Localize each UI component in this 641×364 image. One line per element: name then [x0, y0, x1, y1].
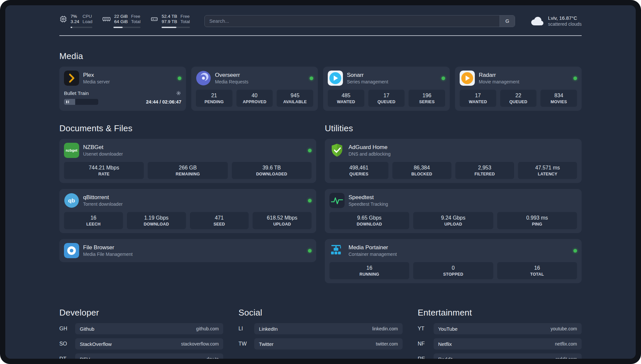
nzbget-icon: nzbget — [64, 143, 79, 158]
bookmark-url: youtube.com — [551, 326, 577, 331]
plex-icon — [64, 71, 79, 86]
bookmark-abbr: DT — [59, 356, 75, 359]
status-dot — [442, 76, 445, 80]
app-card-qbittorrent[interactable]: qb qBittorrent Torrent downloader 16LEEC… — [59, 189, 316, 233]
stat-filtered: 2,953FILTERED — [455, 162, 514, 179]
bookmark-url: reddit.com — [556, 356, 577, 359]
adguard-icon — [329, 143, 345, 158]
disk-icon — [150, 15, 158, 23]
media-card-grid: Plex Media server Bullet Train 24:44 / 0… — [59, 67, 582, 111]
search-input[interactable] — [205, 15, 500, 27]
section-title-entertainment: Entertainment — [418, 308, 582, 318]
disk-values: 52.4 TB 97.9 TB — [162, 14, 177, 24]
status-dot — [178, 76, 181, 80]
playback-progress-bar[interactable] — [64, 99, 98, 105]
bookmark-stackoverflow[interactable]: SO StackOverflow stackoverflow.com — [59, 338, 223, 349]
weather-widget[interactable]: Lviv, 16.87°C scattered clouds — [530, 15, 582, 27]
disk-usage-bar — [162, 27, 190, 28]
status-dot — [573, 249, 577, 253]
stat-queued: 17QUEUED — [368, 90, 405, 107]
pause-icon[interactable] — [66, 101, 69, 103]
app-name: Sonarr — [347, 72, 388, 78]
qbittorrent-icon: qb — [64, 193, 79, 208]
app-desc: Torrent downloader — [83, 201, 123, 207]
bookmark-url: github.com — [196, 326, 219, 331]
bookmark-abbr: NF — [418, 341, 434, 347]
bookmark-name: Twitter — [259, 341, 273, 347]
bookmark-url: linkedin.com — [372, 326, 398, 331]
status-dot — [310, 76, 313, 80]
bookmark-dev[interactable]: DT DEV dev.to — [59, 353, 223, 359]
app-name: Plex — [83, 72, 110, 78]
bookmark-linkedin[interactable]: LI LinkedIn linkedin.com — [238, 323, 402, 334]
stat-available: 945AVAILABLE — [277, 90, 313, 107]
bookmark-twitter[interactable]: TW Twitter twitter.com — [238, 338, 402, 349]
app-card-nzbget[interactable]: nzbget NZBGet Usenet downloader 744.21 M… — [59, 139, 316, 183]
radarr-icon — [460, 71, 475, 86]
stat-queued: 22QUEUED — [500, 90, 537, 107]
bookmark-netflix[interactable]: NF Netflix netflix.com — [418, 338, 582, 349]
app-desc: Media Requests — [215, 79, 248, 84]
bookmark-abbr: YT — [418, 326, 434, 332]
app-name: NZBGet — [83, 144, 123, 151]
app-name: qBittorrent — [83, 194, 123, 201]
utilities-column: Utilities AdGuard Home DNS and adblockin… — [325, 111, 582, 289]
speedtest-icon — [329, 193, 345, 208]
app-desc: Usenet downloader — [83, 151, 123, 157]
search-bar: G — [204, 15, 515, 27]
app-name: AdGuard Home — [349, 144, 391, 151]
app-name: Overseerr — [215, 72, 248, 78]
weather-location: Lviv, 16.87°C — [548, 15, 582, 21]
app-card-plex[interactable]: Plex Media server Bullet Train 24:44 / 0… — [59, 67, 186, 111]
stat-pending: 21PENDING — [196, 90, 232, 107]
app-card-portainer[interactable]: Media Portainer Container management 16R… — [325, 239, 582, 283]
bookmark-url: twitter.com — [376, 341, 398, 347]
app-card-sonarr[interactable]: Sonarr Series management 485WANTED 17QUE… — [323, 67, 450, 111]
status-dot — [308, 149, 312, 152]
app-card-speedtest[interactable]: Speedtest Speedtest Tracking 9.65 GbpsDO… — [325, 189, 582, 233]
app-name: File Browser — [83, 244, 133, 251]
app-card-overseerr[interactable]: Overseerr Media Requests 21PENDING 40APP… — [191, 67, 318, 111]
stat-stopped: 0STOPPED — [413, 262, 493, 279]
search-engine-button[interactable]: G — [500, 15, 515, 27]
stat-series: 196SERIES — [409, 90, 445, 107]
section-title-developer: Developer — [59, 308, 223, 318]
bookmark-abbr: TW — [238, 341, 254, 347]
bookmark-reddit[interactable]: RE Reddit reddit.com — [418, 353, 582, 359]
gear-icon[interactable] — [176, 90, 181, 96]
now-playing-title: Bullet Train — [64, 90, 89, 96]
bookmark-youtube[interactable]: YT YouTube youtube.com — [418, 323, 582, 334]
app-card-radarr[interactable]: Radarr Movie management 17WANTED 22QUEUE… — [455, 67, 582, 111]
playback-time: 24:44 / 02:06:47 — [146, 99, 181, 105]
bookmark-url: netflix.com — [555, 341, 577, 347]
topbar: 7% 3.24 CPU Load 22 GiB 64 GiB — [59, 14, 582, 28]
weather-condition: scattered clouds — [548, 21, 582, 27]
app-card-filebrowser[interactable]: File Browser Media File Management — [59, 239, 316, 262]
section-title-utilities: Utilities — [325, 123, 582, 134]
stat-remaining: 266 GBREMAINING — [148, 162, 228, 179]
stat-approved: 40APPROVED — [236, 90, 273, 107]
bookmark-group-entertainment: Entertainment YT YouTube youtube.com NF … — [418, 295, 582, 359]
bookmark-group-developer: Developer GH Github github.com SO StackO… — [59, 295, 223, 359]
stat-upload: 9.24 GbpsUPLOAD — [413, 212, 493, 229]
cpu-usage-bar — [71, 27, 92, 28]
status-dot — [308, 199, 312, 202]
stat-movies: 834MOVIES — [540, 90, 577, 107]
filebrowser-icon — [64, 243, 79, 258]
bookmark-abbr: GH — [59, 326, 75, 332]
bookmark-url: stackoverflow.com — [181, 341, 219, 347]
bookmark-name: Github — [80, 326, 94, 332]
bookmark-github[interactable]: GH Github github.com — [59, 323, 223, 334]
disk-widget: 52.4 TB 97.9 TB Free Total — [150, 14, 190, 28]
app-desc: Series management — [347, 79, 388, 84]
section-title-documents: Documents & Files — [59, 123, 316, 134]
app-card-adguard[interactable]: AdGuard Home DNS and adblocking 498,461Q… — [325, 139, 582, 183]
app-name: Speedtest — [349, 194, 388, 201]
app-desc: Speedtest Tracking — [349, 201, 388, 207]
app-desc: Media server — [83, 79, 110, 84]
bookmarks-area: Developer GH Github github.com SO StackO… — [59, 295, 582, 359]
bookmark-abbr: RE — [418, 356, 434, 359]
cpu-labels: CPU Load — [82, 14, 92, 24]
app-desc: Container management — [349, 252, 397, 257]
app-name: Media Portainer — [349, 244, 397, 251]
